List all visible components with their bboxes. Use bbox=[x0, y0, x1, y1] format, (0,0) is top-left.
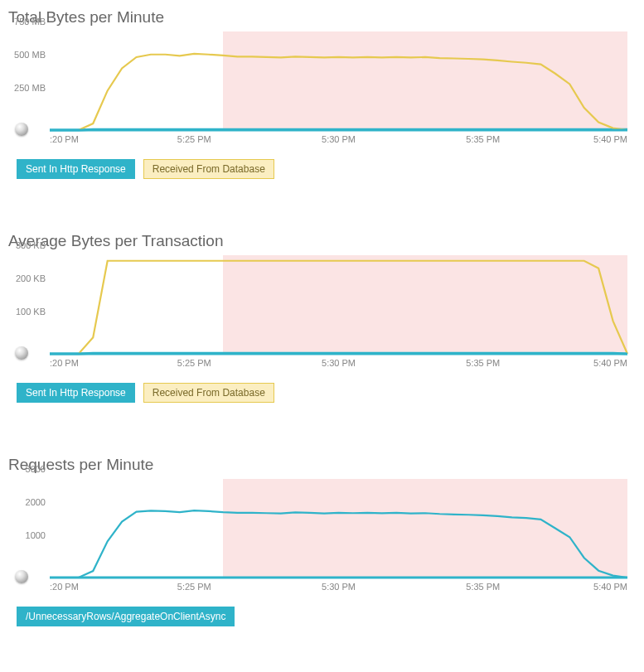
slider-knob-icon[interactable] bbox=[15, 346, 28, 360]
y-tick-label: 3000 bbox=[26, 464, 46, 474]
y-tick-label: 100 KB bbox=[16, 307, 46, 317]
legend-item[interactable]: Sent In Http Response bbox=[17, 383, 135, 403]
chart-title: Average Bytes per Transaction bbox=[8, 232, 636, 250]
x-tick-label: 5:40 PM bbox=[593, 134, 627, 144]
legend: /UnnecessaryRows/AggregateOnClientAsync bbox=[17, 607, 636, 626]
y-axis: 100020003000 bbox=[4, 479, 46, 578]
x-tick-label: 5:35 PM bbox=[466, 358, 500, 368]
y-tick-label: 750 MB bbox=[14, 17, 46, 27]
legend: Sent In Http ResponseReceived From Datab… bbox=[17, 383, 636, 403]
legend: Sent In Http ResponseReceived From Datab… bbox=[17, 159, 636, 179]
y-tick-label: 1000 bbox=[26, 530, 46, 540]
x-axis: :20 PM5:25 PM5:30 PM5:35 PM5:40 PM bbox=[50, 356, 627, 371]
series-line bbox=[50, 510, 627, 578]
y-tick-label: 250 MB bbox=[14, 83, 46, 93]
y-tick-label: 2000 bbox=[26, 497, 46, 507]
series-line bbox=[50, 54, 627, 130]
slider-knob-icon[interactable] bbox=[15, 123, 28, 136]
legend-item[interactable]: Received From Database bbox=[143, 159, 274, 179]
x-tick-label: :20 PM bbox=[50, 358, 79, 368]
chart-total-bytes: Total Bytes per Minute250 MB500 MB750 MB… bbox=[0, 0, 644, 179]
y-tick-label: 500 MB bbox=[14, 50, 46, 60]
x-tick-label: 5:40 PM bbox=[593, 358, 627, 368]
series-line bbox=[50, 261, 627, 354]
x-tick-label: 5:25 PM bbox=[177, 582, 211, 592]
plot-area: 100020003000:20 PM5:25 PM5:30 PM5:35 PM5… bbox=[50, 479, 627, 595]
x-tick-label: 5:30 PM bbox=[322, 582, 356, 592]
y-axis: 100 KB200 KB300 KB bbox=[4, 255, 46, 355]
x-tick-label: 5:40 PM bbox=[593, 582, 627, 592]
x-tick-label: 5:35 PM bbox=[466, 582, 500, 592]
slider-knob-icon[interactable] bbox=[15, 570, 28, 583]
plot-area: 100 KB200 KB300 KB:20 PM5:25 PM5:30 PM5:… bbox=[50, 255, 627, 371]
x-tick-label: 5:35 PM bbox=[466, 134, 500, 144]
chart-title: Total Bytes per Minute bbox=[8, 8, 636, 27]
x-tick-label: :20 PM bbox=[50, 134, 79, 144]
y-axis: 250 MB500 MB750 MB bbox=[4, 31, 46, 131]
x-axis: :20 PM5:25 PM5:30 PM5:35 PM5:40 PM bbox=[50, 133, 627, 147]
legend-item[interactable]: /UnnecessaryRows/AggregateOnClientAsync bbox=[17, 607, 235, 626]
x-tick-label: 5:30 PM bbox=[322, 134, 356, 144]
x-tick-label: 5:25 PM bbox=[177, 134, 211, 144]
legend-item[interactable]: Sent In Http Response bbox=[17, 159, 135, 179]
x-axis: :20 PM5:25 PM5:30 PM5:35 PM5:40 PM bbox=[50, 580, 627, 595]
chart-avg-bytes: Average Bytes per Transaction100 KB200 K… bbox=[0, 224, 644, 403]
x-tick-label: 5:30 PM bbox=[322, 358, 356, 368]
y-tick-label: 200 KB bbox=[16, 273, 46, 283]
y-tick-label: 300 KB bbox=[16, 240, 46, 250]
chart-requests: Requests per Minute100020003000:20 PM5:2… bbox=[0, 447, 644, 626]
legend-item[interactable]: Received From Database bbox=[143, 383, 274, 403]
x-tick-label: :20 PM bbox=[50, 582, 79, 592]
x-tick-label: 5:25 PM bbox=[177, 358, 211, 368]
chart-title: Requests per Minute bbox=[8, 456, 636, 474]
plot-area: 250 MB500 MB750 MB:20 PM5:25 PM5:30 PM5:… bbox=[50, 31, 627, 147]
